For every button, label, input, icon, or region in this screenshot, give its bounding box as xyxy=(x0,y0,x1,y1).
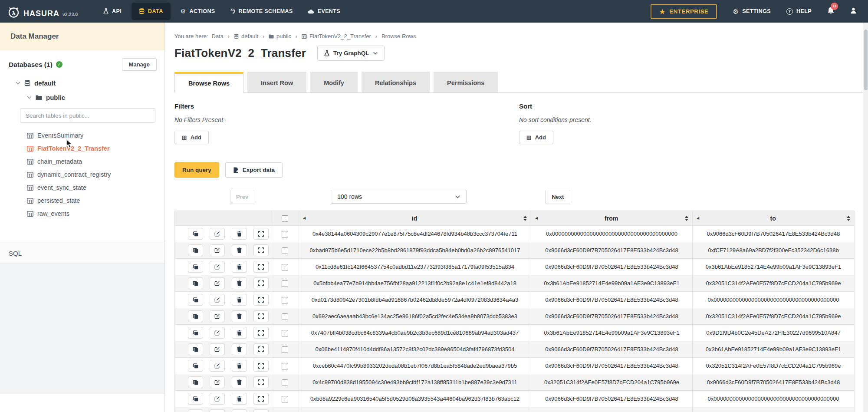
edit-row-button[interactable] xyxy=(210,261,225,273)
clone-row-button[interactable] xyxy=(188,294,203,306)
scrollbar-thumb[interactable] xyxy=(864,30,868,90)
edit-row-button[interactable] xyxy=(210,376,225,388)
delete-row-button[interactable] xyxy=(232,409,247,412)
sort-column-icon[interactable] xyxy=(847,216,850,221)
delete-row-button[interactable] xyxy=(232,261,247,273)
expand-row-button[interactable] xyxy=(253,244,269,256)
edit-row-button[interactable] xyxy=(210,294,225,306)
clone-row-button[interactable] xyxy=(188,261,203,273)
add-sort-button[interactable]: ⊞ Add xyxy=(519,131,553,144)
help-button[interactable]: ? HELP xyxy=(786,8,812,15)
chevron-down-icon[interactable] xyxy=(16,82,20,85)
delete-row-button[interactable] xyxy=(232,343,247,355)
expand-row-button[interactable] xyxy=(253,228,269,240)
delete-row-button[interactable] xyxy=(232,228,247,240)
expand-row-button[interactable] xyxy=(253,409,269,412)
row-checkbox[interactable] xyxy=(282,280,288,287)
expand-row-button[interactable] xyxy=(253,376,269,388)
row-checkbox[interactable] xyxy=(282,346,288,353)
expand-row-button[interactable] xyxy=(253,310,269,322)
expand-row-button[interactable] xyxy=(253,327,269,339)
row-checkbox[interactable] xyxy=(282,247,288,254)
clone-row-button[interactable] xyxy=(188,327,203,339)
row-checkbox[interactable] xyxy=(282,330,288,336)
expand-row-button[interactable] xyxy=(253,261,269,273)
row-checkbox[interactable] xyxy=(282,379,288,386)
clone-row-button[interactable] xyxy=(188,277,203,289)
page-size-select[interactable]: 100 rows xyxy=(331,190,467,204)
nav-item-actions[interactable]: ⚙ ACTIONS xyxy=(173,0,223,23)
manage-button[interactable]: Manage xyxy=(122,58,157,71)
try-graphql-button[interactable]: Try GraphQL xyxy=(317,46,385,61)
expand-row-button[interactable] xyxy=(253,277,269,289)
nav-item-events[interactable]: EVENTS xyxy=(300,0,348,23)
clone-row-button[interactable] xyxy=(188,228,203,240)
sort-column-icon[interactable] xyxy=(523,216,527,221)
edit-row-button[interactable] xyxy=(210,228,225,240)
edit-row-button[interactable] xyxy=(210,277,225,289)
notifications-button[interactable] xyxy=(827,7,835,16)
sidebar-table-item[interactable]: FiatTokenV2_2_Transfer xyxy=(0,142,164,155)
hasura-brand[interactable]: λ HASURA v2.23.0 xyxy=(8,4,78,18)
sidebar-table-item[interactable]: persisted_state xyxy=(0,194,164,207)
edit-row-button[interactable] xyxy=(210,409,225,412)
breadcrumb-browse-rows[interactable]: Browse Rows xyxy=(381,33,416,40)
tree-node-schema[interactable]: public xyxy=(0,89,164,105)
edit-row-button[interactable] xyxy=(210,343,225,355)
export-data-button[interactable]: Export data xyxy=(225,162,283,178)
edit-row-button[interactable] xyxy=(210,310,225,322)
clone-row-button[interactable] xyxy=(188,360,203,372)
row-checkbox[interactable] xyxy=(282,297,288,303)
delete-row-button[interactable] xyxy=(232,294,247,306)
expand-row-button[interactable] xyxy=(253,360,269,372)
edit-row-button[interactable] xyxy=(210,244,225,256)
prev-page-button[interactable]: Prev xyxy=(230,190,254,204)
edit-row-button[interactable] xyxy=(210,327,225,339)
tab-relationships[interactable]: Relationships xyxy=(362,72,430,92)
delete-row-button[interactable] xyxy=(232,277,247,289)
clone-row-button[interactable] xyxy=(188,343,203,355)
clone-row-button[interactable] xyxy=(188,310,203,322)
row-checkbox[interactable] xyxy=(282,363,288,369)
select-all-checkbox[interactable] xyxy=(282,215,288,222)
row-checkbox[interactable] xyxy=(282,264,288,270)
breadcrumb-public[interactable]: public xyxy=(269,33,291,40)
edit-row-button[interactable] xyxy=(210,393,225,405)
vertical-scrollbar[interactable] xyxy=(863,23,868,412)
sidebar-table-item[interactable]: event_sync_state xyxy=(0,181,164,194)
sidebar-table-item[interactable]: chain_metadata xyxy=(0,155,164,168)
nav-item-api[interactable]: API xyxy=(96,0,129,23)
breadcrumb-table[interactable]: FiatTokenV2_2_Transfer xyxy=(302,33,371,40)
clone-row-button[interactable] xyxy=(188,376,203,388)
tab-insert-row[interactable]: Insert Row xyxy=(247,72,306,92)
nav-item-remote-schemas[interactable]: REMOTE SCHEMAS xyxy=(223,0,300,23)
row-checkbox[interactable] xyxy=(282,313,288,320)
clone-row-button[interactable] xyxy=(188,393,203,405)
delete-row-button[interactable] xyxy=(232,360,247,372)
delete-row-button[interactable] xyxy=(232,327,247,339)
breadcrumb-default[interactable]: default xyxy=(234,33,258,40)
row-checkbox[interactable] xyxy=(282,396,288,402)
delete-row-button[interactable] xyxy=(232,310,247,322)
nav-item-data[interactable]: DATA xyxy=(132,3,170,20)
delete-row-button[interactable] xyxy=(232,393,247,405)
row-checkbox[interactable] xyxy=(282,231,288,237)
expand-row-button[interactable] xyxy=(253,393,269,405)
sidebar-table-item[interactable]: dynamic_contract_registry xyxy=(0,168,164,181)
sidebar-table-item[interactable]: EventsSummary xyxy=(0,129,164,142)
delete-row-button[interactable] xyxy=(232,244,247,256)
settings-button[interactable]: ⚙ SETTINGS xyxy=(733,8,771,15)
add-filter-button[interactable]: ⊞ Add xyxy=(174,131,209,144)
tab-permissions[interactable]: Permissions xyxy=(434,72,498,92)
breadcrumb-data[interactable]: Data xyxy=(212,33,224,40)
table-search-input[interactable] xyxy=(20,108,155,123)
tree-node-database[interactable]: default xyxy=(0,74,164,89)
expand-row-button[interactable] xyxy=(253,343,269,355)
expand-row-button[interactable] xyxy=(253,294,269,306)
edit-row-button[interactable] xyxy=(210,360,225,372)
clone-row-button[interactable] xyxy=(188,409,203,412)
user-menu-button[interactable] xyxy=(850,7,857,16)
sidebar-table-item[interactable]: raw_events xyxy=(0,207,164,220)
run-query-button[interactable]: Run query xyxy=(174,162,219,178)
chevron-down-icon[interactable] xyxy=(27,96,32,99)
